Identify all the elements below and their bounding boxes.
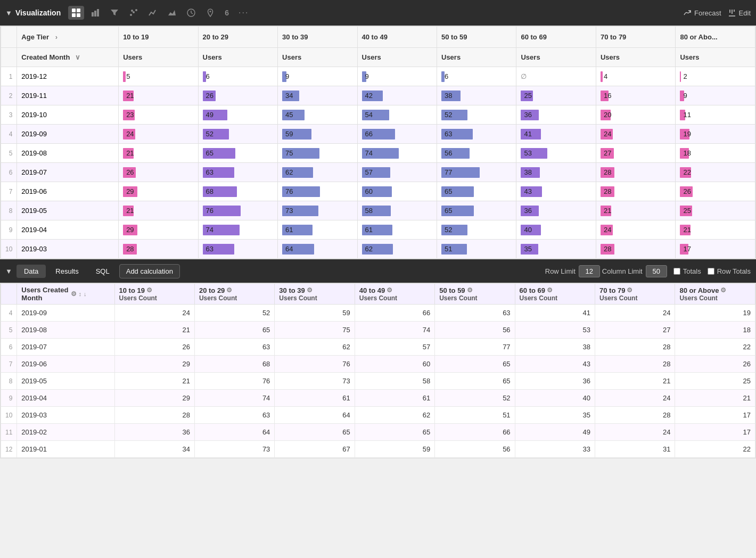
results-month-gear-icon[interactable]: ⚙ <box>71 290 77 298</box>
scatter-icon <box>129 8 138 18</box>
value-cell: 28 <box>596 240 675 259</box>
results-row-num: 8 <box>1 373 17 390</box>
bar-chart-btn[interactable] <box>87 6 103 20</box>
results-value-cell: 38 <box>515 339 595 356</box>
totals-label[interactable]: Totals <box>683 267 701 275</box>
users-subheader-5: Users <box>516 48 596 67</box>
results-col-gear-6[interactable]: ⚙ <box>627 286 632 294</box>
row-totals-label[interactable]: Row Totals <box>717 267 751 275</box>
age-tier-chevron: › <box>55 33 57 41</box>
results-value-cell: 28 <box>595 356 675 373</box>
value-cell: 74 <box>198 220 277 240</box>
date-cell: 2019-08 <box>17 144 119 163</box>
value-cell: 21 <box>676 220 755 240</box>
value-cell: 52 <box>198 125 277 144</box>
date-cell: 2019-06 <box>17 182 119 201</box>
results-value-cell: 21 <box>114 322 194 339</box>
results-col-gear-1[interactable]: ⚙ <box>226 286 232 294</box>
results-month-asc-icon[interactable]: ↓ <box>84 291 87 297</box>
col-limit-input[interactable] <box>646 265 667 277</box>
edit-icon <box>728 9 736 17</box>
value-cell: 38 <box>516 163 596 182</box>
age-tier-header[interactable]: Age Tier › <box>17 27 119 48</box>
forecast-btn[interactable]: Forecast <box>683 9 721 17</box>
results-table: Users CreatedMonth ⚙ ↕ ↓ 10 to 19 ⚙ User… <box>1 283 755 458</box>
value-cell: 21 <box>119 201 198 220</box>
value-cell: 24 <box>119 125 198 144</box>
date-cell: 2019-03 <box>17 240 119 259</box>
map-btn[interactable] <box>202 6 218 20</box>
results-value-cell: 28 <box>114 407 194 424</box>
data-tab[interactable]: Data <box>17 265 46 278</box>
users-subheader-4: Users <box>437 48 516 67</box>
viz-table-area: Age Tier › 10 to 1920 to 2930 to 3940 to… <box>0 26 756 259</box>
value-cell: 6 <box>437 67 516 86</box>
line-chart-btn[interactable] <box>145 6 161 20</box>
results-value-cell: 22 <box>675 339 755 356</box>
value-cell: 49 <box>198 105 277 125</box>
table-view-btn[interactable] <box>68 6 84 20</box>
add-calculation-btn[interactable]: Add calculation <box>119 264 180 278</box>
clock-btn[interactable] <box>183 6 199 20</box>
area-chart-btn[interactable] <box>164 6 180 20</box>
results-value-cell: 64 <box>275 407 355 424</box>
number-btn[interactable]: 6 <box>221 6 232 19</box>
results-value-cell: 17 <box>675 407 755 424</box>
results-month-sort-icon[interactable]: ↕ <box>79 291 82 297</box>
results-row-num: 4 <box>1 305 17 322</box>
filter-btn[interactable] <box>106 6 122 20</box>
value-cell: 42 <box>357 86 437 105</box>
edit-btn[interactable]: Edit <box>728 9 751 17</box>
results-row-num: 7 <box>1 356 17 373</box>
sql-tab[interactable]: SQL <box>88 265 117 278</box>
row-limit-input[interactable] <box>579 265 600 277</box>
results-value-cell: 62 <box>275 339 355 356</box>
results-age-tier-label-1: 20 to 29 <box>199 286 225 294</box>
table-row: 112019-023664656566492417 <box>1 424 755 441</box>
value-cell: 26 <box>676 182 755 201</box>
value-cell: 28 <box>596 182 675 201</box>
table-row: 102019-032863646251352817 <box>1 407 755 424</box>
svg-rect-4 <box>92 12 94 17</box>
results-value-cell: 59 <box>275 305 355 322</box>
results-value-cell: 65 <box>275 424 355 441</box>
results-value-cell: 49 <box>515 424 595 441</box>
results-col-gear-7[interactable]: ⚙ <box>720 286 726 294</box>
value-cell: 34 <box>278 86 357 105</box>
more-btn[interactable]: ··· <box>235 6 252 20</box>
value-cell: 28 <box>119 240 198 259</box>
table-row: 42019-092452596663412419 <box>1 305 755 322</box>
row-totals-checkbox[interactable] <box>708 268 714 275</box>
results-value-cell: 60 <box>355 356 434 373</box>
results-col-gear-5[interactable]: ⚙ <box>547 286 553 294</box>
results-value-cell: 24 <box>595 424 675 441</box>
age-tier-col-0: 10 to 19 <box>119 27 198 48</box>
results-value-cell: 36 <box>515 373 595 390</box>
row-num-header <box>1 27 17 48</box>
col-limit-group: Column Limit <box>602 265 667 277</box>
results-col-gear-0[interactable]: ⚙ <box>146 286 152 294</box>
value-cell: 4 <box>596 67 675 86</box>
results-value-cell: 76 <box>275 356 355 373</box>
data-panel-arrow[interactable]: ▼ <box>5 267 12 275</box>
value-cell: 26 <box>198 86 277 105</box>
value-cell: 45 <box>278 105 357 125</box>
results-value-cell: 51 <box>435 407 515 424</box>
value-cell: 25 <box>676 201 755 220</box>
value-cell: 21 <box>596 201 675 220</box>
created-month-header[interactable]: Created Month ∨ <box>17 48 119 67</box>
results-col-gear-3[interactable]: ⚙ <box>387 286 392 294</box>
results-value-cell: 43 <box>515 356 595 373</box>
totals-checkbox[interactable] <box>673 268 680 275</box>
value-cell: 9 <box>278 67 357 86</box>
value-cell: 23 <box>119 105 198 125</box>
age-tier-col-3: 40 to 49 <box>357 27 437 48</box>
scatter-btn[interactable] <box>126 6 142 20</box>
results-value-cell: 17 <box>675 424 755 441</box>
results-col-gear-2[interactable]: ⚙ <box>307 286 313 294</box>
toolbar-right: Forecast Edit <box>683 9 751 17</box>
results-col-gear-4[interactable]: ⚙ <box>467 286 473 294</box>
dropdown-arrow[interactable]: ▼ <box>5 9 12 17</box>
results-tab[interactable]: Results <box>48 265 86 278</box>
value-cell: 60 <box>357 182 437 201</box>
